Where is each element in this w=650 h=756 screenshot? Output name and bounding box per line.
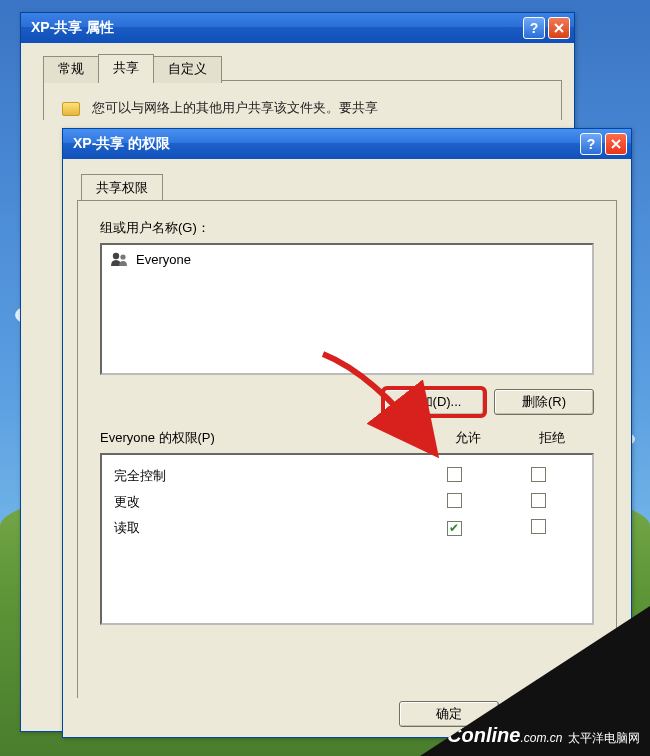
tab-strip: 常规 共享 自定义 — [21, 43, 574, 80]
permission-name: 更改 — [114, 493, 412, 511]
permission-row: 完全控制 — [114, 463, 580, 489]
remove-button[interactable]: 删除(R) — [494, 389, 594, 415]
tab-general[interactable]: 常规 — [43, 56, 99, 83]
allow-cell — [412, 493, 496, 511]
group-users-label: 组或用户名称(G)： — [100, 219, 594, 237]
tab-panel: 您可以与网络上的其他用户共享该文件夹。要共享 — [43, 80, 562, 120]
allow-cell: ✔ — [412, 520, 496, 536]
column-deny: 拒绝 — [510, 429, 594, 447]
tab-share-permissions[interactable]: 共享权限 — [81, 174, 163, 201]
deny-cell — [496, 467, 580, 485]
deny-cell — [496, 519, 580, 537]
allow-checkbox[interactable]: ✔ — [447, 521, 462, 536]
help-button[interactable]: ? — [523, 17, 545, 39]
add-button[interactable]: 添加(D)... — [384, 389, 484, 415]
tab-sharing[interactable]: 共享 — [98, 54, 154, 81]
group-icon — [110, 251, 130, 267]
allow-cell — [412, 467, 496, 485]
window-title: XP-共享 属性 — [31, 19, 520, 37]
close-button[interactable] — [548, 17, 570, 39]
add-remove-row: 添加(D)... 删除(R) — [100, 389, 594, 415]
help-button[interactable]: ? — [580, 133, 602, 155]
folder-icon — [62, 102, 80, 116]
list-item[interactable]: Everyone — [110, 251, 584, 267]
tab-custom[interactable]: 自定义 — [153, 56, 222, 83]
column-allow: 允许 — [426, 429, 510, 447]
permissions-for-label: Everyone 的权限(P) — [100, 429, 426, 447]
permissions-panel: 组或用户名称(G)： Everyone — [77, 200, 617, 698]
permissions-header: Everyone 的权限(P) 允许 拒绝 — [100, 429, 594, 447]
permissions-dialog: XP-共享 的权限 ? 共享权限 组或用户名称(G)： Everyone — [62, 128, 632, 738]
tab-strip: 共享权限 — [63, 159, 631, 200]
permission-row: 读取✔ — [114, 515, 580, 541]
titlebar[interactable]: XP-共享 属性 ? — [21, 13, 574, 43]
deny-checkbox[interactable] — [531, 493, 546, 508]
allow-checkbox[interactable] — [447, 467, 462, 482]
close-button[interactable] — [605, 133, 627, 155]
watermark-cn: 太平洋电脑网 — [568, 731, 640, 745]
deny-checkbox[interactable] — [531, 467, 546, 482]
permissions-grid: 完全控制更改读取✔ — [100, 453, 594, 625]
watermark-logo: PConline.com.cn 太平洋电脑网 — [434, 725, 640, 746]
dialog-title: XP-共享 的权限 — [73, 135, 577, 153]
group-users-listbox[interactable]: Everyone — [100, 243, 594, 375]
permission-row: 更改 — [114, 489, 580, 515]
list-item-label: Everyone — [136, 252, 191, 267]
allow-checkbox[interactable] — [447, 493, 462, 508]
deny-cell — [496, 493, 580, 511]
permission-name: 读取 — [114, 519, 412, 537]
watermark-domain: .com.cn — [520, 731, 562, 745]
titlebar[interactable]: XP-共享 的权限 ? — [63, 129, 631, 159]
svg-point-1 — [120, 254, 125, 259]
permission-name: 完全控制 — [114, 467, 412, 485]
svg-point-0 — [113, 253, 119, 259]
sharing-description: 您可以与网络上的其他用户共享该文件夹。要共享 — [92, 100, 378, 115]
deny-checkbox[interactable] — [531, 519, 546, 534]
